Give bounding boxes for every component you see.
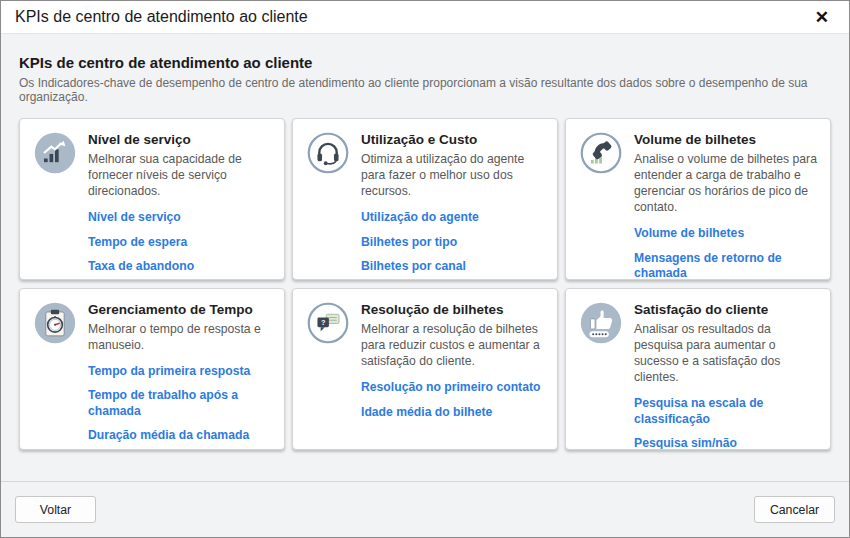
- card-volume-de-bilhetes: Volume de bilhetes Analise o volume de b…: [565, 118, 831, 280]
- kpi-dialog-window: KPIs de centro de atendimento ao cliente…: [0, 0, 850, 538]
- card-nivel-de-servico: Nível de serviço Melhorar sua capacidade…: [19, 118, 285, 280]
- card-description: Otimiza a utilização do agente para faze…: [361, 151, 547, 199]
- kpi-link[interactable]: Volume de bilhetes: [634, 226, 820, 241]
- card-title: Resolução de bilhetes: [361, 302, 547, 317]
- card-description: Melhorar o tempo de resposta e manuseio.: [88, 321, 274, 353]
- page-title: KPIs de centro de atendimento ao cliente: [19, 54, 831, 71]
- kpi-link[interactable]: Duração média da chamada: [88, 428, 274, 443]
- card-resolucao-de-bilhetes: ? Resolução de bilhetes Melhorar a resol…: [292, 288, 558, 450]
- kpi-link[interactable]: Tempo da primeira resposta: [88, 364, 274, 379]
- card-gerenciamento-de-tempo: Gerenciamento de Tempo Melhorar o tempo …: [19, 288, 285, 450]
- card-description: Analisar os resultados da pesquisa para …: [634, 321, 820, 385]
- kpi-card-grid: Nível de serviço Melhorar sua capacidade…: [19, 118, 831, 450]
- card-title: Satisfação do cliente: [634, 302, 820, 317]
- kpi-link[interactable]: Tempo de trabalho após a chamada: [88, 388, 274, 419]
- kpi-link[interactable]: Pesquisa na escala de classificação: [634, 396, 820, 427]
- kpi-link[interactable]: Resolução no primeiro contato: [361, 380, 547, 395]
- kpi-link[interactable]: Bilhetes por tipo: [361, 235, 547, 250]
- svg-text:?: ?: [321, 318, 326, 327]
- kpi-link[interactable]: Pesquisa sim/não: [634, 436, 820, 450]
- dialog-footer: Voltar Cancelar: [1, 481, 849, 537]
- chat-question-icon: ?: [306, 301, 350, 345]
- card-satisfacao-do-cliente: Satisfação do cliente Analisar os result…: [565, 288, 831, 450]
- card-title: Nível de serviço: [88, 132, 274, 147]
- back-button[interactable]: Voltar: [15, 496, 96, 523]
- kpi-link[interactable]: Utilização do agente: [361, 210, 547, 225]
- card-title: Utilização e Custo: [361, 132, 547, 147]
- card-description: Melhorar sua capacidade de fornecer níve…: [88, 151, 274, 199]
- page-subtitle: Os Indicadores-chave de desempenho de ce…: [19, 76, 831, 104]
- phone-volume-icon: [579, 131, 623, 175]
- bar-chart-trend-icon: [33, 131, 77, 175]
- card-description: Analise o volume de bilhetes para entend…: [634, 151, 820, 215]
- card-utilizacao-e-custo: Utilização e Custo Otimiza a utilização …: [292, 118, 558, 280]
- kpi-link[interactable]: Bilhetes por canal: [361, 259, 547, 274]
- kpi-link[interactable]: Nível de serviço: [88, 210, 274, 225]
- card-title: Gerenciamento de Tempo: [88, 302, 274, 317]
- close-icon[interactable]: ✕: [811, 7, 833, 28]
- dialog-titlebar: KPIs de centro de atendimento ao cliente…: [1, 1, 849, 34]
- stopwatch-clipboard-icon: [33, 301, 77, 345]
- kpi-link[interactable]: Idade média do bilhete: [361, 405, 547, 420]
- thumbs-up-icon: [579, 301, 623, 345]
- dialog-title: KPIs de centro de atendimento ao cliente: [15, 8, 308, 26]
- card-description: Melhorar a resolução de bilhetes para re…: [361, 321, 547, 369]
- cancel-button[interactable]: Cancelar: [754, 496, 835, 523]
- headset-icon: [306, 131, 350, 175]
- card-title: Volume de bilhetes: [634, 132, 820, 147]
- kpi-link[interactable]: Taxa de abandono: [88, 259, 274, 274]
- kpi-link[interactable]: Tempo de espera: [88, 235, 274, 250]
- dialog-content: KPIs de centro de atendimento ao cliente…: [1, 34, 849, 481]
- kpi-link[interactable]: Mensagens de retorno de chamada: [634, 251, 820, 280]
